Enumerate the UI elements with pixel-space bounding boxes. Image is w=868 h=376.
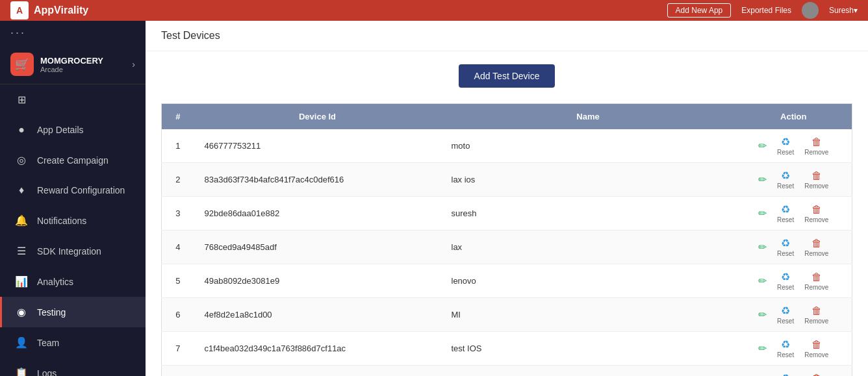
reset-group[interactable]: ♻ Reset [777, 169, 794, 190]
remove-label: Remove [804, 216, 828, 223]
edit-button[interactable]: ✏ [758, 173, 767, 186]
table-row: 2 83a3d63f734b4afc841f7ac4c0def616 lax i… [162, 163, 852, 197]
remove-group[interactable]: 🗑 Remove [804, 204, 828, 223]
edit-button[interactable]: ✏ [758, 275, 767, 287]
row-num: 4 [162, 231, 194, 264]
edit-button[interactable]: ✏ [758, 207, 767, 219]
reset-group[interactable]: ♻ Reset [777, 372, 794, 376]
table-header-row: # Device Id Name Action [162, 104, 852, 130]
reset-group[interactable]: ♻ Reset [777, 305, 794, 325]
reset-group[interactable]: ♻ Reset [777, 338, 794, 358]
reset-label: Reset [777, 182, 794, 190]
remove-group[interactable]: 🗑 Remove [804, 271, 828, 291]
sidebar-item-logs[interactable]: 📋 Logs [0, 358, 146, 376]
add-test-device-button[interactable]: Add Test Device [459, 64, 555, 88]
header-right: Add New App Exported Files Suresh▾ [667, 2, 858, 19]
row-name: test IOS [441, 332, 735, 366]
table-row: 3 92bde86daa01e882 suresh ✏ ♻ Reset 🗑 Re… [162, 197, 852, 231]
row-device-id: addc52d3977d4cdfb7df19fa9762888a [194, 366, 441, 377]
row-name: moto [441, 129, 735, 163]
avatar[interactable] [802, 2, 819, 19]
row-device-id: 768ced9a49485adf [194, 231, 441, 264]
row-name: lenovo [441, 264, 735, 298]
reset-group[interactable]: ♻ Reset [777, 271, 794, 291]
reset-label: Reset [777, 318, 794, 325]
logs-icon: 📋 [15, 367, 28, 376]
logo-area: A AppVirality [10, 1, 88, 19]
sidebar-item-team[interactable]: 👤 Team [0, 327, 146, 358]
edit-button[interactable]: ✏ [758, 241, 767, 253]
sidebar-item-grid[interactable]: ⊞ [0, 84, 146, 115]
sidebar-item-label: Notifications [37, 216, 86, 226]
row-num: 3 [162, 197, 194, 231]
reset-group[interactable]: ♻ Reset [777, 203, 794, 223]
top-header: A AppVirality Add New App Exported Files… [0, 0, 868, 21]
sidebar-item-analytics[interactable]: 📊 Analytics [0, 266, 146, 297]
edit-button[interactable]: ✏ [758, 308, 767, 321]
table-row: 8 addc52d3977d4cdfb7df19fa9762888a madhu… [162, 366, 852, 377]
reset-icon: ♻ [781, 203, 790, 216]
row-num: 1 [162, 129, 194, 163]
row-num: 8 [162, 366, 194, 377]
col-header-name: Name [441, 104, 735, 130]
sidebar-item-label: Analytics [37, 277, 73, 287]
row-name: madhu IOS [441, 366, 735, 377]
table-row: 7 c1f4bea032d349c1a763f886d7cf11ac test … [162, 332, 852, 366]
row-action: ✏ ♻ Reset 🗑 Remove [735, 264, 852, 298]
table-row: 6 4ef8d2e1a8c1d00 MI ✏ ♻ Reset 🗑 Remove [162, 298, 852, 332]
reset-group[interactable]: ♻ Reset [777, 136, 794, 156]
remove-label: Remove [804, 284, 828, 291]
row-num: 5 [162, 264, 194, 298]
grid-icon: ⊞ [15, 94, 28, 106]
table-row: 1 466777753211 moto ✏ ♻ Reset 🗑 Remove [162, 129, 852, 163]
remove-label: Remove [804, 182, 828, 190]
row-action: ✏ ♻ Reset 🗑 Remove [735, 197, 852, 231]
remove-group[interactable]: 🗑 Remove [804, 339, 828, 358]
reset-label: Reset [777, 216, 794, 223]
row-name: lax ios [441, 163, 735, 197]
page-title-bar: Test Devices [146, 21, 868, 51]
sidebar-item-app-details[interactable]: ● App Details [0, 115, 146, 145]
row-action: ✏ ♻ Reset 🗑 Remove [735, 129, 852, 163]
sidebar-item-sdk-integration[interactable]: ☰ SDK Integration [0, 236, 146, 266]
table-row: 5 49ab8092de3081e9 lenovo ✏ ♻ Reset 🗑 Re… [162, 264, 852, 298]
sidebar-item-label: Testing [37, 307, 66, 318]
sidebar-item-notifications[interactable]: 🔔 Notifications [0, 205, 146, 236]
user-name[interactable]: Suresh▾ [829, 6, 858, 15]
row-action: ✏ ♻ Reset 🗑 Remove [735, 231, 852, 264]
reset-label: Reset [777, 149, 794, 156]
sidebar-item-testing[interactable]: ◉ Testing [0, 297, 146, 327]
row-action: ✏ ♻ Reset 🗑 Remove [735, 298, 852, 332]
row-device-id: c1f4bea032d349c1a763f886d7cf11ac [194, 332, 441, 366]
add-new-app-button[interactable]: Add New App [667, 3, 732, 18]
notifications-icon: 🔔 [15, 214, 28, 227]
reset-label: Reset [777, 351, 794, 358]
reset-icon: ♻ [781, 338, 790, 351]
exported-files-link[interactable]: Exported Files [741, 6, 791, 15]
row-name: lax [441, 231, 735, 264]
remove-icon: 🗑 [811, 170, 822, 182]
remove-icon: 🗑 [811, 305, 822, 317]
reset-group[interactable]: ♻ Reset [777, 237, 794, 257]
edit-button[interactable]: ✏ [758, 140, 767, 152]
col-header-action: Action [735, 104, 852, 130]
remove-group[interactable]: 🗑 Remove [804, 136, 828, 156]
logo-text: AppVirality [34, 5, 88, 16]
row-device-id: 4ef8d2e1a8c1d00 [194, 298, 441, 332]
row-device-id: 92bde86daa01e882 [194, 197, 441, 231]
sidebar-item-reward-configuration[interactable]: ♦ Reward Configuration [0, 175, 146, 205]
reset-icon: ♻ [781, 271, 790, 283]
edit-button[interactable]: ✏ [758, 342, 767, 355]
remove-group[interactable]: 🗑 Remove [804, 373, 828, 377]
sidebar-app-section[interactable]: 🛒 MOMGROCERY Arcade › [0, 45, 146, 84]
sidebar: ··· 🛒 MOMGROCERY Arcade › ⊞ ● App Detail… [0, 21, 146, 376]
team-icon: 👤 [15, 336, 28, 349]
add-btn-row: Add Test Device [161, 64, 852, 88]
remove-icon: 🗑 [811, 339, 822, 351]
sidebar-item-create-campaign[interactable]: ◎ Create Campaign [0, 145, 146, 175]
remove-group[interactable]: 🗑 Remove [804, 305, 828, 325]
remove-group[interactable]: 🗑 Remove [804, 170, 828, 190]
remove-group[interactable]: 🗑 Remove [804, 238, 828, 257]
col-header-num: # [162, 104, 194, 130]
row-action: ✏ ♻ Reset 🗑 Remove [735, 163, 852, 197]
